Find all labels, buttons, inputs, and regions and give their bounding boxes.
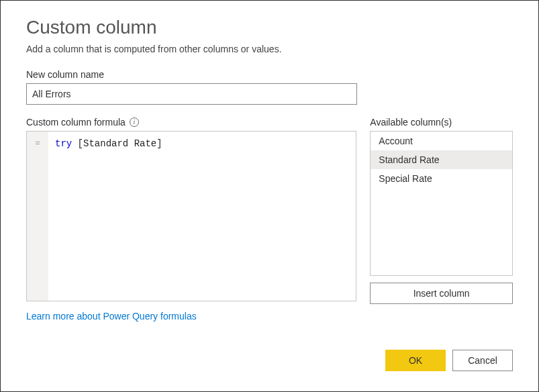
insert-column-button[interactable]: Insert column [370, 283, 513, 304]
cancel-button[interactable]: Cancel [452, 350, 513, 371]
available-column-item[interactable]: Standard Rate [371, 150, 512, 169]
available-column-item[interactable]: Special Rate [371, 169, 512, 188]
formula-label-text: Custom column formula [26, 117, 126, 128]
custom-column-dialog: Custom column Add a column that is compu… [0, 0, 539, 392]
formula-editor[interactable]: = try [Standard Rate] [26, 131, 356, 301]
learn-more-link[interactable]: Learn more about Power Query formulas [26, 311, 356, 322]
formula-keyword: try [55, 138, 72, 149]
new-column-name-label: New column name [26, 69, 513, 80]
formula-label: Custom column formula i [26, 117, 356, 128]
dialog-subtitle: Add a column that is computed from other… [26, 44, 513, 54]
ok-button[interactable]: OK [385, 350, 446, 371]
dialog-footer: OK Cancel [26, 339, 513, 371]
formula-text: [Standard Rate] [72, 138, 162, 149]
formula-code[interactable]: try [Standard Rate] [48, 132, 356, 301]
available-columns-label: Available column(s) [370, 117, 513, 128]
available-columns-list[interactable]: Account Standard Rate Special Rate [370, 131, 513, 276]
dialog-title: Custom column [26, 17, 513, 38]
info-icon[interactable]: i [130, 117, 139, 127]
available-column-item[interactable]: Account [371, 132, 512, 150]
formula-gutter: = [27, 132, 48, 301]
new-column-name-input[interactable] [26, 83, 357, 105]
